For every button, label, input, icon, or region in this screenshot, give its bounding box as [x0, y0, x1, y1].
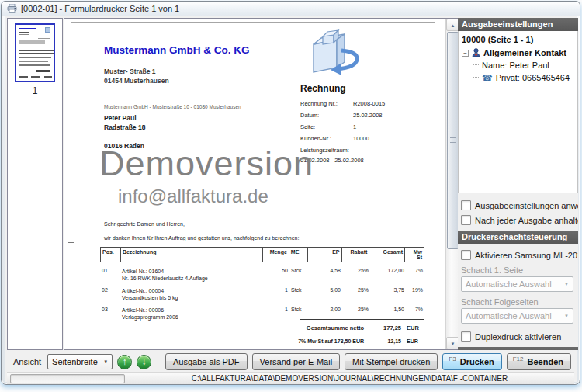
tray2-select[interactable]: Automatische Auswahl ▼ [461, 308, 573, 324]
checkbox-box[interactable] [461, 200, 471, 210]
checkbox-box[interactable] [461, 215, 471, 225]
tree-item-name[interactable]: Name: Peter Paul [473, 61, 574, 70]
invoice-page: Mustermann GmbH & Co. KG Muster- Straße … [71, 22, 435, 350]
sender-line: Mustermann GmbH - Musterstraße 10 - 0108… [104, 104, 241, 109]
tree-connector [473, 59, 479, 65]
section-duplicates: Ausgabe von Duplikaten [458, 347, 578, 350]
chevron-down-icon: ▼ [564, 282, 569, 286]
tree-root-item[interactable]: 10000 (Seite 1 - 1) [462, 35, 574, 44]
recipient-name: Peter Paul [104, 114, 137, 122]
thumbnail-page-number: 1 [8, 85, 62, 96]
status-progress [10, 374, 125, 383]
company-name: Mustermann GmbH & Co. KG [104, 44, 250, 56]
chevron-down-icon: ▼ [564, 314, 569, 318]
intro-line: wir danken Ihnen für Ihren Auftrag und g… [104, 235, 299, 241]
preview-area: Mustermann GmbH & Co. KG Muster- Straße … [64, 18, 459, 350]
vertical-scrollbar[interactable]: ▲ ▼ [445, 19, 459, 349]
bottom-toolbar: Ansicht Seitenbreite ▼ ↑ ↓ Ausgabe als P… [7, 352, 574, 371]
previous-page-button[interactable]: ↑ [117, 355, 132, 369]
tray2-label: Schacht Folgeseiten [461, 297, 578, 307]
settings-panel: Ausgabeeinstellungen 10000 (Seite 1 - 1)… [458, 18, 578, 350]
print-hotkey: F3 [449, 356, 456, 363]
field-row: Rechnung Nr.:R2008-0015 [300, 100, 432, 107]
client-area: 1 Mustermann GmbH & Co. KG Muster- Straß… [5, 16, 577, 382]
table-row: 01 Artikel-Nr.: 01604Nr. 16 RWK Niederla… [100, 268, 424, 282]
recipient-street: Radstraße 18 [104, 123, 145, 131]
print-button[interactable]: F3 Drucken [442, 353, 501, 370]
duplex-checkbox[interactable]: Duplexdruck aktivieren [461, 331, 578, 342]
total-net-row: Gesamtsumme netto 177,25 EUR [100, 324, 424, 331]
checkbox-box[interactable] [461, 331, 471, 342]
invoice-table: Pos. Bezeichnung Menge ME EP Rabatt Gesa… [100, 247, 424, 321]
screen: [0002-01] - Formulardrucker Seite 1 von … [0, 0, 582, 392]
titlebar[interactable]: [0002-01] - Formulardrucker Seite 1 von … [2, 2, 580, 16]
total-vat-row: 7% Mw St auf 173,50 EUR 12,15 EUR [100, 338, 424, 344]
contact-tree: 10000 (Seite 1 - 1) − Allgemeiner Kontak… [458, 31, 578, 193]
tree-item-phone[interactable]: ☎ Privat: 0665465464 [473, 73, 574, 82]
tray1-select[interactable]: Automatische Auswahl ▼ [461, 276, 573, 292]
table-row: 02 Artikel-Nr.: 00004Versandkosten bis 5… [100, 287, 424, 301]
field-row: Kunden-Nr.:10000 [300, 135, 432, 142]
thumbnail-panel: 1 [7, 18, 63, 350]
action-buttons: Ausgabe als PDF Versand per E-Mail Mit S… [165, 353, 571, 370]
next-page-button[interactable]: ↓ [137, 355, 151, 369]
tree-node-contact[interactable]: − Allgemeiner Kontakt [462, 48, 574, 57]
invoice-table-header: Pos. Bezeichnung Menge ME EP Rabatt Gesa… [100, 247, 424, 262]
printer-icon [7, 4, 17, 13]
statusbar: C:\ALLFAKTURA\DATA\DEMOVERSION\JOURNAL\R… [7, 372, 574, 384]
tray1-label: Schacht 1. Seite [461, 265, 578, 275]
exit-button[interactable]: F12 Beenden [507, 353, 571, 370]
activate-printer-checkbox[interactable]: Aktivieren Samsung ML-2010 Se [461, 250, 578, 260]
field-row: Leistungszeitraum: [300, 147, 432, 154]
document-type-heading: Rechnung [300, 83, 346, 94]
greeting-line: Sehr geehrte Damen und Herren, [104, 221, 185, 227]
scrollbar-grip-icon [450, 137, 456, 143]
phone-icon: ☎ [482, 74, 493, 82]
exit-hotkey: F12 [513, 356, 524, 363]
section-output-settings: Ausgabeeinstellungen [458, 18, 578, 31]
apply-settings-checkbox[interactable]: Ausgabeeinstellungen anwenden [461, 200, 578, 210]
stamp-print-button[interactable]: Mit Stempel drucken [345, 353, 438, 370]
watermark-text: Demoversion [99, 144, 314, 184]
view-label: Ansicht [13, 357, 41, 366]
field-row: Seite:1 [300, 123, 432, 130]
email-send-button[interactable]: Versand per E-Mail [252, 353, 341, 370]
company-address-line1: Muster- Straße 1 [104, 68, 156, 75]
zoom-mode-select[interactable]: Seitenbreite ▼ [47, 354, 113, 369]
page-thumbnail[interactable] [15, 23, 55, 82]
fold-mark [68, 242, 74, 243]
field-row: Datum:25.02.2008 [300, 112, 432, 119]
collapse-icon[interactable]: − [462, 50, 469, 57]
chevron-down-icon: ▼ [103, 359, 108, 364]
watermark-email: info@allfaktura.de [118, 186, 268, 207]
pause-after-output-checkbox[interactable]: Nach jeder Ausgabe anhalten [461, 215, 578, 225]
file-path: C:\ALLFAKTURA\DATA\DEMOVERSION\JOURNAL\R… [125, 374, 574, 383]
window-title: [0002-01] - Formulardrucker Seite 1 von … [21, 4, 179, 13]
checkbox-box[interactable] [461, 250, 471, 260]
tree-node-label: Allgemeiner Kontakt [483, 48, 566, 57]
scrollbar-thumb[interactable] [447, 32, 459, 249]
pdf-export-button[interactable]: Ausgabe als PDF [165, 353, 248, 370]
box-logo-icon [303, 27, 363, 82]
app-window: [0002-01] - Formulardrucker Seite 1 von … [1, 1, 580, 385]
contact-person-icon [472, 48, 480, 57]
company-address-line2: 01454 Musterhausen [104, 77, 169, 85]
section-tray-control: Druckerschachtsteuerung [458, 231, 578, 244]
tree-connector [473, 71, 479, 78]
totals-divider [300, 319, 424, 320]
fold-mark [68, 168, 74, 168]
